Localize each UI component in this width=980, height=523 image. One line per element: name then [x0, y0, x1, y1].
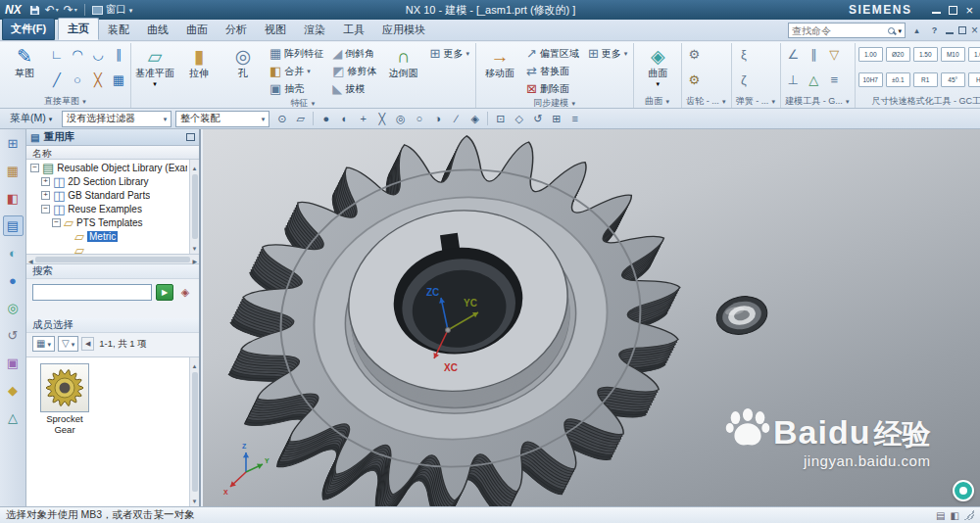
ribbon-icon-button[interactable]: M10: [940, 44, 966, 64]
selection-filter-combo[interactable]: 没有选择过滤器 ▾: [62, 111, 172, 127]
zoom-icon[interactable]: ≡: [566, 111, 583, 127]
ribbon-large-button[interactable]: ▱基准平面▾: [133, 44, 176, 97]
ribbon-icon-button[interactable]: 45°: [940, 71, 966, 90]
help-icon[interactable]: [928, 24, 941, 37]
ribbon-group-label[interactable]: 曲面▼: [636, 95, 679, 108]
save-button[interactable]: [29, 5, 40, 16]
member-select-section-header[interactable]: 成员选择: [26, 318, 199, 333]
ribbon-small-button[interactable]: ↗偏置区域: [522, 45, 583, 62]
tree-expander-icon[interactable]: −: [52, 218, 61, 227]
control-point-icon[interactable]: +: [355, 111, 371, 127]
hd3d-tool-icon[interactable]: ◐: [3, 243, 24, 263]
tree-item-6[interactable]: ▱Metric: [26, 229, 199, 243]
ribbon-icon-button[interactable]: ▽: [824, 44, 844, 64]
search-icon[interactable]: [888, 27, 895, 34]
midpoint-icon[interactable]: ◐: [336, 111, 353, 127]
ribbon-icon-button[interactable]: ◠: [68, 44, 87, 64]
window-maximize-button[interactable]: [949, 6, 957, 15]
ribbon-small-button[interactable]: ⇄替换面: [522, 63, 583, 79]
ribbon-icon-button[interactable]: 1.00: [858, 44, 884, 64]
scroll-up-icon[interactable]: [192, 161, 198, 172]
ribbon-icon-button[interactable]: ∠: [783, 44, 803, 64]
scroll-up-icon[interactable]: [192, 358, 198, 370]
process-studio-icon[interactable]: ↺: [3, 325, 24, 346]
ribbon-group-label[interactable]: 同步建模▼: [478, 97, 631, 109]
ribbon-icon-button[interactable]: 1.00: [967, 44, 980, 64]
name-column-header[interactable]: 名称: [26, 146, 199, 160]
view-mode-combo[interactable]: ▦▾: [32, 336, 55, 352]
reuse-library-icon[interactable]: ▤: [3, 215, 24, 236]
ribbon-tab-8[interactable]: 工具: [334, 20, 373, 40]
window-close-button[interactable]: [965, 4, 973, 17]
ribbon-group-label[interactable]: 直接草图▼: [3, 95, 128, 108]
panel-toggle-icon[interactable]: [951, 510, 959, 521]
window-minimize-button[interactable]: [932, 6, 941, 14]
tree-expander-icon[interactable]: +: [41, 177, 50, 186]
arc-center-icon[interactable]: ◎: [392, 111, 409, 127]
ribbon-icon-button[interactable]: ⚙: [684, 44, 704, 64]
point-on-curve-icon[interactable]: ∕: [448, 111, 465, 127]
ribbon-icon-button[interactable]: ∟: [47, 44, 67, 64]
tree-item-7[interactable]: ▱: [26, 243, 199, 255]
ribbon-icon-button[interactable]: ±0.1: [885, 71, 911, 90]
document-minimize-button[interactable]: [946, 27, 954, 34]
quadrant-point-icon[interactable]: ○: [411, 111, 427, 127]
ribbon-icon-button[interactable]: ⊥: [783, 71, 803, 90]
tree-item-3[interactable]: +◫GB Standard Parts: [26, 188, 199, 202]
redo-button[interactable]: ↷▾: [64, 3, 77, 17]
ribbon-small-button[interactable]: ⊠删除面: [522, 80, 583, 97]
pan-icon[interactable]: ↺: [529, 111, 546, 127]
manufacturing-wizard-icon[interactable]: ▣: [3, 353, 24, 373]
ribbon-tab-3[interactable]: 曲线: [138, 20, 177, 40]
ribbon-tab-1[interactable]: 主页: [58, 18, 99, 40]
search-go-button[interactable]: [156, 284, 173, 301]
tab-file[interactable]: 文件(F): [2, 18, 55, 40]
ribbon-small-button[interactable]: ◢倒斜角: [328, 45, 380, 62]
ribbon-icon-button[interactable]: ◡: [88, 44, 108, 64]
ribbon-icon-button[interactable]: ≡: [824, 71, 844, 90]
ribbon-icon-button[interactable]: R1: [912, 71, 939, 90]
tree-vertical-scrollbar[interactable]: [189, 160, 199, 254]
tree-expander-icon[interactable]: −: [30, 164, 39, 172]
tree-expander-icon[interactable]: +: [41, 191, 50, 200]
chevron-down-icon[interactable]: ▾: [898, 27, 902, 34]
resize-grip[interactable]: [964, 510, 974, 520]
constraint-navigator-icon[interactable]: ▦: [3, 161, 24, 181]
scrollbar-thumb[interactable]: [35, 257, 191, 262]
ribbon-group-label[interactable]: 建模工具 - G...▼: [783, 95, 852, 108]
system-scene-icon[interactable]: △: [3, 407, 24, 428]
ribbon-icon-button[interactable]: ∥: [109, 44, 128, 64]
undock-panel-button[interactable]: [186, 133, 195, 141]
ribbon-icon-button[interactable]: ⚙: [684, 71, 704, 90]
scroll-down-icon[interactable]: [192, 494, 198, 505]
scroll-right-icon[interactable]: [192, 254, 197, 265]
scrollbar-thumb[interactable]: [192, 372, 198, 492]
ribbon-tab-4[interactable]: 曲面: [177, 20, 217, 40]
ribbon-icon-button[interactable]: ζ: [734, 71, 754, 90]
scroll-left-icon[interactable]: [28, 254, 33, 265]
ribbon-small-button[interactable]: ⊞更多▾: [584, 45, 631, 62]
shaded-display-icon[interactable]: ⊡: [492, 111, 509, 127]
graphics-window[interactable]: ZCYCXCZYX Baidu 经验 jingyan.baidu.com: [203, 129, 980, 506]
ribbon-tab-9[interactable]: 应用模块: [373, 20, 434, 40]
web-browser-icon[interactable]: ●: [3, 270, 24, 291]
wireframe-display-icon[interactable]: ◇: [511, 111, 527, 127]
ribbon-icon-button[interactable]: ξ: [734, 44, 754, 64]
endpoint-icon[interactable]: ●: [318, 111, 334, 127]
ribbon-group-label[interactable]: 特征▼: [133, 97, 473, 109]
part-navigator-icon[interactable]: ◧: [3, 188, 24, 209]
ribbon-icon-button[interactable]: Ø20: [885, 44, 911, 64]
menu-button[interactable]: 菜单(M) ▾: [4, 110, 58, 127]
ribbon-icon-button[interactable]: ▦: [109, 71, 128, 90]
ribbon-small-button[interactable]: ▦阵列特征: [266, 45, 327, 62]
ribbon-tab-5[interactable]: 分析: [217, 20, 256, 40]
tree-item-2[interactable]: +◫2D Section Library: [26, 174, 199, 188]
ribbon-small-button[interactable]: ◣拔模: [328, 80, 380, 97]
snap-point-icon[interactable]: ⊙: [273, 111, 290, 127]
ribbon-group-label[interactable]: 齿轮 - ...▼: [684, 95, 728, 108]
tree-expander-icon[interactable]: −: [41, 205, 50, 214]
tree-item-1[interactable]: −▤Reusable Object Library (Exam: [26, 161, 199, 174]
grid-toggle-icon[interactable]: [936, 510, 945, 521]
ribbon-small-button[interactable]: ◧合并▾: [266, 63, 327, 79]
ribbon-icon-button[interactable]: H7: [967, 71, 980, 90]
